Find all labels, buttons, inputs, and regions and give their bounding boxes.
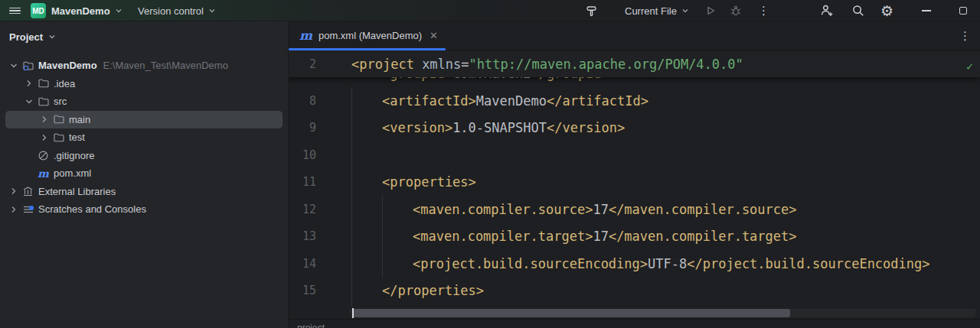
code-line-partial[interactable]: <groupId>com.Maven2</groupId> [289,77,980,87]
code-text: <properties> [351,174,476,190]
chevron-right-icon[interactable] [6,205,21,214]
code-editor[interactable]: ✓ 2<project xmlns="http://maven.apache.o… [289,50,980,308]
code-text: <artifactId>MavenDemo</artifactId> [351,93,648,109]
code-text: </properties> [351,283,484,298]
project-path: E:\Maven_Test\MavenDemo [103,60,228,71]
search-icon[interactable] [851,0,865,21]
project-name: MavenDemo [51,5,110,17]
code-line-15[interactable]: 15</properties> [289,278,980,305]
run-config-label: Current File [625,5,677,17]
project-panel-header[interactable]: Project [0,21,288,52]
chevron-down-icon [681,6,690,15]
tab-options-kebab-icon[interactable]: ⋮ [959,21,971,50]
tree-item-scratches-and-consoles[interactable]: Scratches and Consoles [5,200,283,219]
folder-icon [52,132,65,144]
tree-item-label: Scratches and Consoles [38,203,146,215]
maven-icon: m [37,168,50,179]
line-number[interactable]: 8 [289,94,351,108]
tree-item-label: MavenDemo [38,60,97,71]
editor-pane: m pom.xml (MavenDemo) ✕ ⋮ ✓ 2<project xm… [289,21,980,328]
tree-item--gitignore[interactable]: .gitignore [5,147,283,165]
tree-item-src[interactable]: src [5,93,283,111]
chevron-down-icon [207,6,217,15]
project-folder-icon [21,60,34,72]
code-line-9[interactable]: 9<version>1.0-SNAPSHOT</version> [289,115,980,142]
inspections-ok-icon[interactable]: ✓ [966,60,973,73]
project-tool-window: Project MavenDemoE:\Maven_Test\MavenDemo… [0,21,289,328]
tree-item-label: pom.xml [54,167,91,179]
code-line-10[interactable]: 10 [289,141,980,169]
project-widget[interactable]: MD MavenDemo [31,0,123,21]
maximize-icon[interactable] [952,0,974,21]
project-panel-title: Project [9,31,43,43]
chevron-down-icon [47,32,57,41]
main-menu-icon[interactable] [9,0,21,21]
line-number[interactable]: 2 [289,57,351,71]
chevron-right-icon[interactable] [37,133,52,142]
chevron-right-icon[interactable] [37,115,52,124]
close-icon[interactable]: ✕ [430,30,438,41]
code-line-12[interactable]: 12<maven.compiler.source>17</maven.compi… [289,196,980,223]
tab-pom-xml[interactable]: m pom.xml (MavenDemo) ✕ [289,21,446,50]
minimize-icon[interactable] [916,0,937,21]
code-text: <groupId>com.Maven2</groupId> [351,77,609,81]
code-line-2[interactable]: 2<project xmlns="http://maven.apache.org… [289,50,980,77]
tree-item-mavendemo[interactable]: MavenDemoE:\Maven_Test\MavenDemo [5,57,283,75]
tree-item-label: src [54,96,67,107]
scrollbar-thumb[interactable] [353,309,790,317]
folder-icon [52,113,65,125]
line-number[interactable]: 11 [289,175,351,189]
code-line-14[interactable]: 14<project.build.sourceEncoding>UTF-8</p… [289,250,980,278]
code-text: <version>1.0-SNAPSHOT</version> [351,120,625,135]
tree-item-label: main [69,114,90,125]
maven-file-icon: m [299,30,312,42]
tree-item-label: External Libraries [38,186,116,197]
scratches-icon [21,205,34,214]
indent-guide [351,87,352,307]
horizontal-scrollbar[interactable] [289,308,980,319]
line-number[interactable]: 13 [289,229,351,243]
tree-item-test[interactable]: test [5,128,283,147]
ignored-icon [37,150,50,161]
ide-window: MD MavenDemo Version control Current Fil… [0,0,980,328]
tree-item-label: test [69,132,85,143]
tree-item-main[interactable]: main [5,111,283,129]
folder-icon [37,77,50,89]
editor-tab-bar: m pom.xml (MavenDemo) ✕ ⋮ [289,21,980,50]
folder-icon [37,96,50,108]
debug-icon[interactable] [730,0,742,21]
line-number[interactable]: 9 [289,121,351,135]
code-with-me-icon[interactable] [820,0,834,21]
tree-item-pom-xml[interactable]: mpom.xml [5,164,283,183]
chevron-down-icon [114,6,123,15]
code-text: <project xmlns="http://maven.apache.org/… [351,57,743,72]
tree-item--idea[interactable]: .idea [5,75,283,93]
build-hammer-icon[interactable] [585,0,598,21]
chevron-right-icon[interactable] [6,187,21,196]
breadcrumbs-bar: project [289,319,980,328]
tree-item-label: .gitignore [54,150,94,161]
chevron-right-icon[interactable] [21,79,37,88]
chevron-down-icon[interactable] [21,97,37,106]
run-configuration-selector[interactable]: Current File [625,0,690,21]
line-number[interactable]: 12 [289,203,351,216]
code-text: <maven.compiler.source>17</maven.compile… [351,202,797,217]
code-line-13[interactable]: 13<maven.compiler.target>17</maven.compi… [289,223,980,251]
more-kebab-icon[interactable]: ⋮ [758,0,769,21]
line-number[interactable]: 14 [289,257,351,271]
chevron-down-icon[interactable] [6,61,21,70]
tree-item-external-libraries[interactable]: External Libraries [5,183,283,201]
vcs-widget[interactable]: Version control [138,0,217,21]
line-number[interactable]: 10 [289,148,351,162]
tree-item-label: .idea [54,78,75,89]
breadcrumb-project[interactable]: project [297,320,325,328]
vcs-label: Version control [138,5,204,17]
line-number[interactable]: 15 [289,284,351,297]
run-icon[interactable] [704,0,717,21]
code-text: <maven.compiler.target>17</maven.compile… [351,229,797,244]
code-line-11[interactable]: 11<properties> [289,169,980,196]
code-line-8[interactable]: 8<artifactId>MavenDemo</artifactId> [289,87,980,115]
main-toolbar: MD MavenDemo Version control Current Fil… [0,0,980,21]
libraries-icon [21,186,34,197]
project-badge: MD [31,3,46,18]
